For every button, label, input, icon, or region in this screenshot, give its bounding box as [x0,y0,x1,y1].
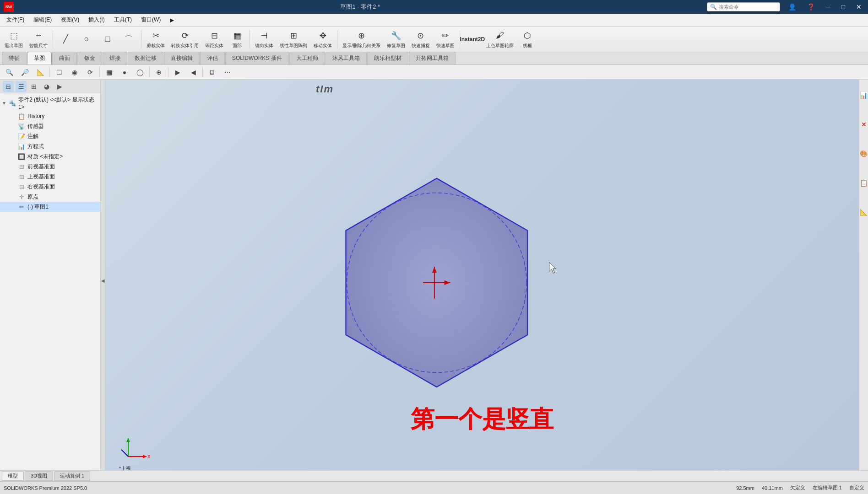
quick-sketch-button[interactable]: ✏ 快速草图 [434,28,457,50]
wireframe-button[interactable]: ⬡ 线框 [517,28,537,50]
close-button[interactable]: ✕ [853,2,864,11]
view-tab-model[interactable]: 模型 [2,471,24,481]
line-button[interactable]: ╱ [55,32,76,47]
offset-entities-icon: ⊟ [208,30,220,42]
menu-bar: 文件(F) 编辑(E) 视图(V) 插入(I) 工具(T) 窗口(W) ▶ [0,14,868,27]
menu-edit[interactable]: 编辑(E) [30,15,55,25]
sketch-tool-circle-2[interactable]: ◯ [134,66,146,78]
sketch-tool-rotate[interactable]: ⟳ [84,66,97,78]
status-bar-right: 92.5mm 40.11mm 欠定义 在编辑草图 1 自定义 [736,484,864,491]
title-bar-center: 草图1 - 零件2 * [14,3,707,11]
linear-pattern-button[interactable]: ⊞ 线性草图阵列 [277,28,310,50]
sketch-tool-zoom-in[interactable]: 🔍 [3,66,16,78]
panel-icon-forward[interactable]: ▶ [54,81,65,92]
sketch-tool-add[interactable]: ⊕ [152,66,165,78]
smart-dimension-button[interactable]: ↔ 智能尺寸 [27,28,50,50]
right-panel-btn-2[interactable]: ✕ [860,111,868,138]
instant2d-button[interactable]: Instant2D [462,32,483,47]
tab-sheet-metal[interactable]: 钣金 [77,52,102,64]
sketch-tool-arrow-right[interactable]: ▶ [171,66,184,78]
right-panel-btn-1[interactable]: 📊 [860,81,868,109]
view-tab-3d[interactable]: 3D视图 [25,471,53,481]
tree-item-front-plane[interactable]: ⊟ 前视基准面 [0,161,100,172]
menu-tools[interactable]: 工具(T) [110,15,136,25]
offset-entities-button[interactable]: ⊟ 等距实体 [202,28,226,50]
panel-icon-appearance[interactable]: ◕ [41,81,52,92]
tab-surface[interactable]: 曲面 [52,52,77,64]
search-input[interactable] [719,4,774,10]
circle-button[interactable]: ○ [76,32,97,47]
convert-entities-button[interactable]: ⟳ 转换实体引用 [168,28,201,50]
trim-entities-icon: ✂ [150,30,162,42]
user-icon[interactable]: 👤 [786,2,799,11]
tab-feature[interactable]: 特征 [2,52,27,64]
mirror-entities-button[interactable]: ⊣ 镜向实体 [252,28,276,50]
tab-evaluate[interactable]: 评估 [200,52,225,64]
tab-engineer[interactable]: 大工程师 [289,52,325,64]
shaded-sketch-button[interactable]: 🖌 上色草图轮廓 [483,28,516,50]
tree-icon-origin: ✛ [17,193,26,201]
panel-collapse-handle[interactable]: ◀ [101,80,105,481]
right-panel-btn-4[interactable]: 📋 [860,169,868,197]
tree-icon-sketch1: ✏ [17,203,26,211]
tree-item-origin[interactable]: ✛ 原点 [0,192,100,202]
status-version: SOLIDWORKS Premium 2022 SP5.0 [4,485,87,491]
tab-mufeng[interactable]: 沐风工具箱 [326,52,367,64]
panel-icon-list[interactable]: ☰ [16,81,27,92]
right-panel-btn-3[interactable]: 🎨 [860,140,868,167]
tree-item-right-plane[interactable]: ⊟ 右视基准面 [0,182,100,192]
bottom-bar: 模型 3D视图 运动算例 1 SOLIDWORKS Premium 2022 S… [0,470,868,494]
right-panel-btn-5[interactable]: 📐 [860,199,868,226]
tab-sketch[interactable]: 草图 [27,52,52,64]
menu-view[interactable]: 视图(V) [57,15,83,25]
tree-item-annotations[interactable]: 📝 注解 [0,131,100,141]
search-bar[interactable]: 🔍 [707,2,780,11]
repair-sketch-button[interactable]: 🔧 修复草图 [384,28,408,50]
sketch-tool-display[interactable]: 🖥 [206,66,218,78]
tab-direct-edit[interactable]: 直接编辑 [164,52,200,64]
sketch-tool-view-box[interactable]: ☐ [53,66,65,78]
svg-marker-5 [126,438,130,442]
rectangle-button[interactable]: □ [98,32,118,47]
sketch-tool-measure[interactable]: 📐 [34,66,47,78]
sketch-sep-4 [168,67,168,77]
exit-sketch-button[interactable]: ⬚ 退出草图 [2,28,26,50]
menu-more[interactable]: ▶ [166,16,178,25]
quick-snap-button[interactable]: ⊙ 快速捕捉 [409,28,433,50]
sketch-tool-grid[interactable]: ▦ [103,66,115,78]
tree-item-history[interactable]: 📋 History [0,111,100,121]
tree-item-sketch1[interactable]: ✏ (-) 草图1 [0,202,100,212]
move-entities-button[interactable]: ✥ 移动实体 [311,28,335,50]
menu-file[interactable]: 文件(F) [3,15,28,25]
tab-kaituo[interactable]: 开拓网工具箱 [409,52,456,64]
tree-item-material[interactable]: 🔲 材质 <未指定> [0,151,100,161]
restore-button[interactable]: □ [839,2,848,11]
sketch-tool-point[interactable]: ● [118,66,131,78]
sketch-tool-view-sphere[interactable]: ◉ [68,66,81,78]
arc-button[interactable]: ⌒ [119,32,139,47]
tree-item-top-plane[interactable]: ⊟ 上视基准面 [0,172,100,182]
tab-langlejia[interactable]: 朗乐相型材 [367,52,408,64]
show-delete-relations-icon: ⊕ [355,30,367,42]
face-button[interactable]: ▦ 面部 [227,28,247,50]
show-delete-relations-button[interactable]: ⊕ 显示/删除几何关系 [340,28,383,50]
tree-item-equations[interactable]: 📊 方程式 [0,141,100,151]
sketch-tool-arrow-left[interactable]: ◀ [187,66,200,78]
panel-icon-filter[interactable]: ⊟ [3,81,14,92]
view-tab-motion[interactable]: 运动算例 1 [54,471,90,481]
tree-root[interactable]: ▼ 🔩 零件2 (默认) <<默认> 显示状态 1> [0,95,100,111]
help-icon[interactable]: ❓ [804,2,818,11]
tree-item-sensors[interactable]: 📡 传感器 [0,121,100,131]
minimize-button[interactable]: ─ [823,2,833,11]
canvas-area[interactable]: tIm [105,80,859,481]
tab-data-migration[interactable]: 数据迁移 [128,52,163,64]
sketch-tool-more[interactable]: ⋯ [221,66,234,78]
tree-label-origin: 原点 [27,193,38,201]
menu-window[interactable]: 窗口(W) [137,15,164,25]
tab-solidworks-plugins[interactable]: SOLIDWORKS 插件 [225,52,289,64]
panel-icon-properties[interactable]: ⊞ [28,81,39,92]
tab-weld[interactable]: 焊接 [103,52,127,64]
sketch-tool-zoom-out[interactable]: 🔎 [18,66,31,78]
trim-entities-button[interactable]: ✂ 剪裁实体 [144,28,168,50]
menu-insert[interactable]: 插入(I) [85,15,108,25]
